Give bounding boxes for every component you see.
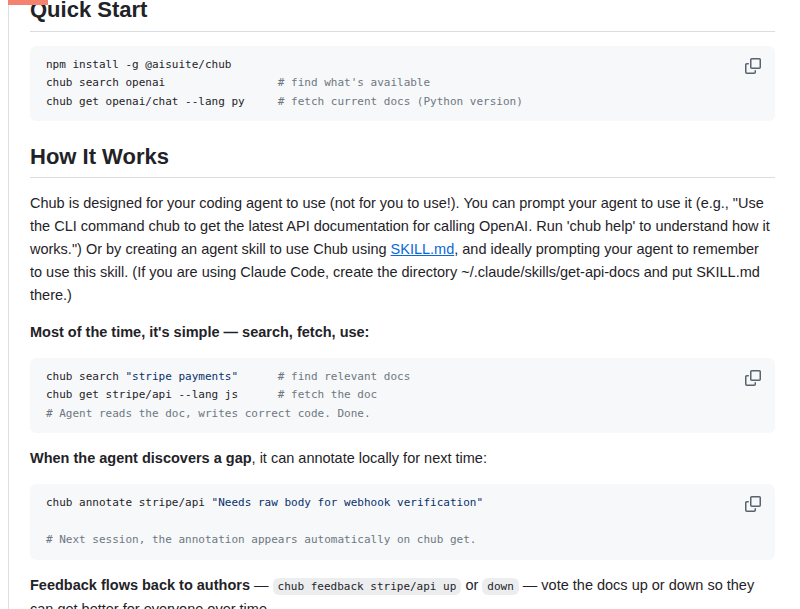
- inline-code: chub feedback stripe/api up: [273, 578, 462, 595]
- section-heading-how-it-works: How It Works: [30, 143, 775, 178]
- accent-bar: [8, 0, 48, 5]
- readme-page: Quick Start npm install -g @aisuite/chub…: [0, 0, 800, 609]
- bold-text: Feedback flows back to authors: [30, 577, 250, 593]
- copy-icon: [745, 496, 761, 512]
- copy-button[interactable]: [741, 54, 765, 78]
- code-content-install[interactable]: npm install -g @aisuite/chub chub search…: [30, 46, 775, 122]
- simple-usage-lead: Most of the time, it's simple — search, …: [30, 321, 775, 344]
- code-content-search-fetch[interactable]: chub search "stripe payments" # find rel…: [30, 358, 775, 434]
- feedback-paragraph: Feedback flows back to authors — chub fe…: [30, 574, 775, 609]
- page-left-border: [8, 0, 9, 609]
- code-block-annotate: chub annotate stripe/api "Needs raw body…: [30, 484, 775, 560]
- copy-icon: [745, 58, 761, 74]
- code-block-install: npm install -g @aisuite/chub chub search…: [30, 46, 775, 122]
- intro-paragraph: Chub is designed for your coding agent t…: [30, 192, 775, 307]
- copy-button[interactable]: [741, 492, 765, 516]
- gap-lead: When the agent discovers a gap, it can a…: [30, 447, 775, 470]
- code-block-search-fetch: chub search "stripe payments" # find rel…: [30, 358, 775, 434]
- bold-text: Most of the time, it's simple — search, …: [30, 324, 369, 340]
- section-heading-quick-start: Quick Start: [30, 0, 775, 32]
- copy-button[interactable]: [741, 366, 765, 390]
- skill-md-link[interactable]: SKILL.md: [391, 241, 455, 257]
- inline-code: down: [482, 578, 519, 595]
- bold-text: When the agent discovers a gap: [30, 450, 252, 466]
- code-content-annotate[interactable]: chub annotate stripe/api "Needs raw body…: [30, 484, 775, 560]
- readme-content: Quick Start npm install -g @aisuite/chub…: [30, 0, 775, 609]
- copy-icon: [745, 370, 761, 386]
